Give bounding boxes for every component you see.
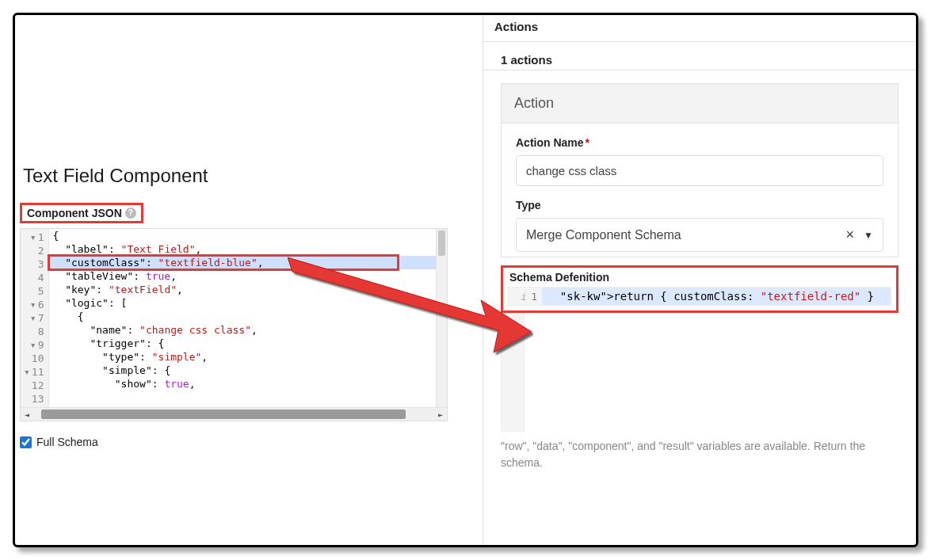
scroll-left-icon[interactable]: ◄	[21, 408, 33, 421]
horizontal-scroll-thumb[interactable]	[41, 410, 406, 419]
actions-title: Actions	[494, 20, 905, 33]
schema-definition-label: Schema Defenition	[509, 271, 891, 284]
component-json-label: Component JSON	[27, 207, 122, 219]
app-frame: Text Field Component Component JSON ? ▾1…	[13, 13, 918, 547]
type-label: Type	[516, 199, 883, 211]
action-name-input[interactable]	[516, 155, 883, 186]
full-schema-checkbox-wrap[interactable]: Full Schema	[20, 436, 478, 448]
schema-helper-text: "row", "data", "component", and "result"…	[501, 432, 899, 471]
actions-count: 1 actions	[483, 42, 916, 70]
action-card-header: Action	[502, 84, 898, 124]
vertical-scroll-thumb[interactable]	[438, 230, 445, 256]
schema-definition-highlight: Schema Defenition i1 "sk-kw">return { cu…	[501, 265, 899, 313]
full-schema-label: Full Schema	[36, 436, 98, 448]
left-panel: Text Field Component Component JSON ? ▾1…	[15, 15, 483, 545]
component-json-editor[interactable]: ▾12345▾6▾78▾910▾111213 { "label": "Text …	[20, 228, 448, 421]
required-asterisk: *	[586, 136, 590, 149]
code-lines[interactable]: { "label": "Text Field", "customClass": …	[49, 229, 447, 407]
scroll-right-icon[interactable]: ►	[434, 408, 447, 421]
horizontal-scrollbar[interactable]: ◄ ►	[21, 407, 447, 421]
action-name-label: Action Name*	[516, 136, 883, 149]
schema-gutter: i1	[509, 288, 542, 305]
schema-editor[interactable]: i1 "sk-kw">return { customClass: "textfi…	[508, 287, 891, 306]
code-gutter: ▾12345▾6▾78▾910▾111213	[21, 229, 49, 407]
chevron-down-icon[interactable]: ▼	[864, 230, 873, 241]
type-select-value: Merge Component Schema	[526, 228, 681, 242]
type-select[interactable]: Merge Component Schema × ▼	[516, 218, 883, 252]
schema-editor-gutter-extension	[501, 313, 525, 432]
right-panel: Actions 1 actions Action Action Name* Ty…	[483, 15, 916, 545]
clear-icon[interactable]: ×	[846, 227, 855, 243]
info-icon: i	[520, 291, 526, 303]
page-title: Text Field Component	[23, 165, 478, 187]
action-card: Action Action Name* Type Merge Component…	[501, 83, 899, 257]
component-json-label-highlight: Component JSON ?	[20, 203, 143, 223]
full-schema-checkbox[interactable]	[20, 436, 32, 448]
help-icon[interactable]: ?	[125, 208, 136, 219]
vertical-scrollbar[interactable]	[436, 229, 447, 407]
actions-panel-header: Actions	[483, 15, 916, 42]
schema-code-line[interactable]: "sk-kw">return { customClass: "textfield…	[542, 288, 891, 305]
